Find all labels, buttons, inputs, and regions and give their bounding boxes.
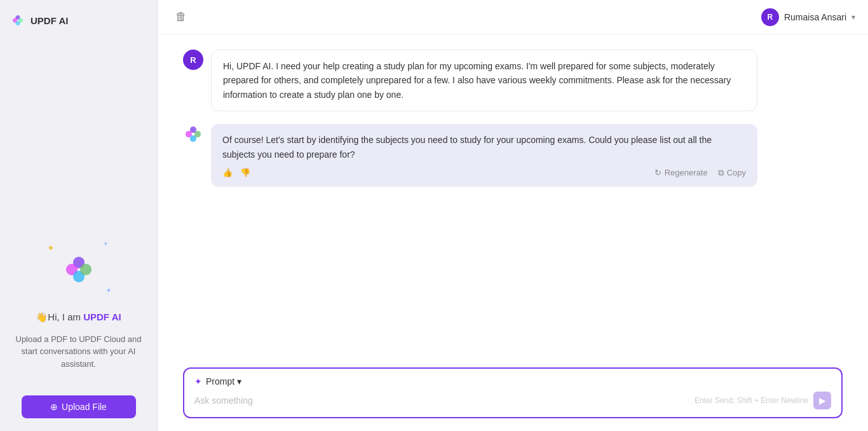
ai-message-bubble: Of course! Let's start by identifying th… (211, 124, 757, 187)
header-left: 🗑 (170, 8, 192, 26)
user-message-text: Hi, UPDF AI. I need your help creating a… (223, 61, 731, 100)
chat-header: 🗑 R Rumaisa Ansari ▾ (158, 0, 868, 34)
prompt-button[interactable]: Prompt ▾ (206, 376, 241, 387)
greeting: 👋Hi, I am UPDF AI (36, 311, 121, 323)
send-icon: ▶ (819, 395, 826, 406)
ai-message-avatar (183, 124, 203, 144)
input-area: ✦ Prompt ▾ Enter Send; Shift + Enter New… (158, 360, 868, 431)
trash-icon: 🗑 (175, 10, 187, 23)
sparkle-area: ✦ ✦ ✦ (41, 238, 117, 301)
sidebar-center: ✦ ✦ ✦ 👋Hi, I am UPDF AI Upload a PDF to … (10, 238, 147, 371)
regenerate-button[interactable]: ↻ Regenerate (654, 168, 708, 177)
regenerate-icon: ↻ (654, 168, 661, 177)
chevron-down-icon[interactable]: ▾ (851, 13, 855, 22)
clear-chat-button[interactable]: 🗑 (170, 8, 192, 26)
messages-area: R Hi, UPDF AI. I need your help creating… (158, 34, 868, 360)
user-message-avatar: R (183, 50, 203, 70)
user-name: Rumaisa Ansari (784, 12, 846, 22)
sparkle-top-right: ✦ (103, 240, 108, 247)
message-actions: 👍 👎 ↻ Regenerate ⧉ Copy (222, 168, 746, 178)
ai-logo-icon (61, 252, 97, 287)
header-right: R Rumaisa Ansari ▾ (761, 8, 855, 26)
ai-message-text: Of course! Let's start by identifying th… (222, 135, 712, 159)
sparkle-icon: ✦ (194, 376, 202, 387)
thumbs-down-button[interactable]: 👎 (240, 168, 250, 177)
user-message-bubble: Hi, UPDF AI. I need your help creating a… (211, 50, 757, 111)
prompt-chevron-icon: ▾ (237, 376, 241, 387)
chat-input[interactable] (194, 395, 695, 406)
thumbs-up-button[interactable]: 👍 (222, 168, 233, 177)
sidebar-description: Upload a PDF to UPDF Cloud and start con… (10, 333, 147, 371)
upload-file-button[interactable]: ⊕ Upload File (22, 395, 136, 418)
brand-name: UPDF AI (83, 311, 121, 322)
user-message-row: R Hi, UPDF AI. I need your help creating… (183, 50, 843, 111)
copy-button[interactable]: ⧉ Copy (718, 168, 746, 178)
chat-main: 🗑 R Rumaisa Ansari ▾ R Hi, UPDF AI. I ne… (158, 0, 868, 431)
message-actions-left: 👍 👎 (222, 168, 250, 177)
send-button[interactable]: ▶ (813, 392, 831, 409)
sparkle-bottom-right: ✦ (105, 286, 112, 295)
copy-icon: ⧉ (718, 168, 724, 178)
input-hint: Enter Send; Shift + Enter Newline (695, 396, 808, 405)
ai-message-row: Of course! Let's start by identifying th… (183, 124, 843, 187)
input-toolbar: ✦ Prompt ▾ (194, 376, 831, 387)
app-logo: UPDF AI (10, 13, 68, 28)
app-title: UPDF AI (31, 15, 68, 26)
message-actions-right: ↻ Regenerate ⧉ Copy (654, 168, 746, 178)
chat-input-box: ✦ Prompt ▾ Enter Send; Shift + Enter New… (183, 367, 843, 418)
updf-logo-icon (10, 13, 25, 28)
input-row: Enter Send; Shift + Enter Newline ▶ (194, 392, 831, 409)
prompt-label: Prompt (206, 376, 234, 387)
upload-icon: ⊕ (50, 402, 58, 412)
ai-avatar-icon (183, 124, 203, 144)
sidebar: UPDF AI ✦ ✦ ✦ 👋Hi, I am UPDF AI Upload a… (0, 0, 158, 431)
user-avatar: R (761, 8, 779, 26)
sparkle-top-left: ✦ (47, 243, 55, 253)
